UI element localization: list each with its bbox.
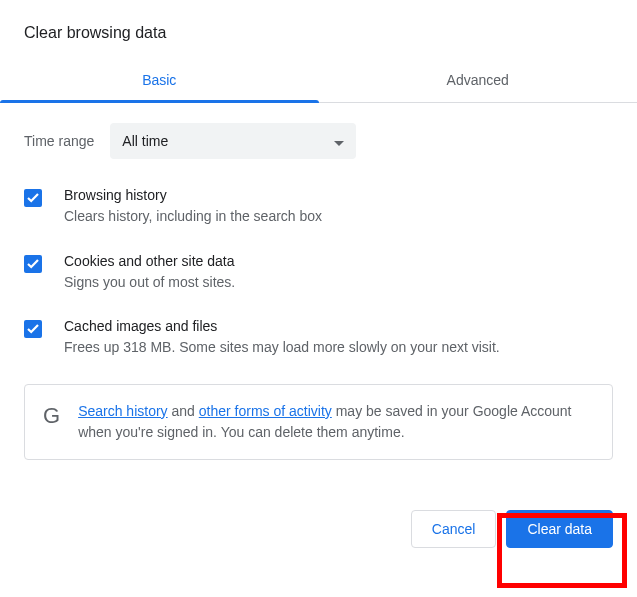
option-desc: Frees up 318 MB. Some sites may load mor… [64, 338, 500, 358]
check-icon [27, 320, 39, 338]
tab-bar: Basic Advanced [0, 60, 637, 103]
search-history-link[interactable]: Search history [78, 403, 167, 419]
clear-browsing-data-dialog: Clear browsing data Basic Advanced Time … [0, 0, 637, 548]
checkbox-cache[interactable] [24, 320, 42, 338]
option-text: Cached images and files Frees up 318 MB.… [64, 318, 500, 358]
option-title: Cookies and other site data [64, 253, 235, 269]
time-range-label: Time range [24, 133, 94, 149]
option-text: Cookies and other site data Signs you ou… [64, 253, 235, 293]
dialog-content: Time range All time Browsing history Cle… [0, 103, 637, 460]
tab-label: Basic [142, 72, 176, 88]
dialog-title: Clear browsing data [0, 24, 637, 60]
tab-basic[interactable]: Basic [0, 60, 319, 102]
chevron-down-icon [334, 133, 344, 149]
google-g-icon: G [43, 401, 60, 427]
dialog-footer: Cancel Clear data [0, 460, 637, 548]
check-icon [27, 255, 39, 273]
tab-advanced[interactable]: Advanced [319, 60, 638, 102]
cancel-button[interactable]: Cancel [411, 510, 497, 548]
option-cookies: Cookies and other site data Signs you ou… [24, 253, 613, 293]
check-icon [27, 189, 39, 207]
clear-data-button[interactable]: Clear data [506, 510, 613, 548]
time-range-select[interactable]: All time [110, 123, 356, 159]
button-label: Cancel [432, 521, 476, 537]
time-range-row: Time range All time [24, 123, 613, 159]
option-text: Browsing history Clears history, includi… [64, 187, 322, 227]
option-title: Browsing history [64, 187, 322, 203]
option-browsing-history: Browsing history Clears history, includi… [24, 187, 613, 227]
other-activity-link[interactable]: other forms of activity [199, 403, 332, 419]
option-title: Cached images and files [64, 318, 500, 334]
select-value: All time [122, 133, 168, 149]
option-desc: Signs you out of most sites. [64, 273, 235, 293]
notice-text: Search history and other forms of activi… [78, 401, 594, 443]
option-desc: Clears history, including in the search … [64, 207, 322, 227]
button-label: Clear data [527, 521, 592, 537]
checkbox-browsing-history[interactable] [24, 189, 42, 207]
notice-text-fragment: and [168, 403, 199, 419]
option-cache: Cached images and files Frees up 318 MB.… [24, 318, 613, 358]
checkbox-cookies[interactable] [24, 255, 42, 273]
tab-label: Advanced [447, 72, 509, 88]
google-account-notice: G Search history and other forms of acti… [24, 384, 613, 460]
